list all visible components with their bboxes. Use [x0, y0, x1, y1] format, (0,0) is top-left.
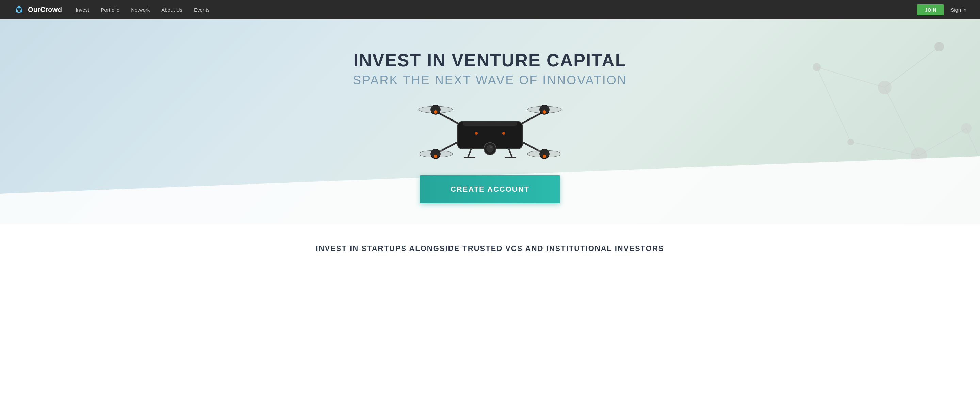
- logo-link[interactable]: OurCrowd: [14, 5, 62, 15]
- svg-point-11: [847, 139, 854, 145]
- drone-illustration: [408, 81, 572, 183]
- svg-point-3: [16, 10, 18, 12]
- svg-point-40: [543, 110, 546, 114]
- svg-line-27: [436, 111, 461, 125]
- hero-section: INVEST IN VENTURE CAPITAL SPARK THE NEXT…: [0, 19, 980, 224]
- nav-links: Invest Portfolio Network About Us Events: [76, 7, 210, 13]
- nav-item-about[interactable]: About Us: [161, 7, 182, 13]
- svg-line-28: [519, 111, 544, 125]
- drone-svg: [408, 81, 572, 183]
- navbar-left: OurCrowd Invest Portfolio Network About …: [14, 5, 210, 15]
- svg-line-49: [509, 149, 512, 157]
- svg-point-9: [961, 123, 972, 134]
- svg-point-52: [475, 132, 478, 135]
- svg-point-2: [20, 10, 22, 12]
- nav-item-invest[interactable]: Invest: [76, 7, 89, 13]
- svg-point-1: [18, 6, 20, 8]
- cta-section: CREATE ACCOUNT: [420, 175, 560, 203]
- nav-item-network[interactable]: Network: [131, 7, 150, 13]
- navbar: OurCrowd Invest Portfolio Network About …: [0, 0, 980, 19]
- svg-point-46: [487, 145, 493, 152]
- signin-link[interactable]: Sign in: [951, 7, 966, 13]
- bottom-section: INVEST IN STARTUPS ALONGSIDE TRUSTED VCs…: [0, 224, 980, 266]
- nav-item-portfolio[interactable]: Portfolio: [101, 7, 119, 13]
- svg-line-48: [468, 149, 471, 157]
- svg-line-5: [17, 8, 19, 10]
- svg-line-4: [19, 8, 21, 10]
- navbar-right: JOIN Sign in: [917, 5, 966, 15]
- svg-point-39: [434, 110, 437, 114]
- ourcrowd-logo-icon: [14, 5, 24, 15]
- logo-text: OurCrowd: [28, 6, 62, 14]
- svg-point-47: [490, 147, 492, 148]
- svg-point-53: [502, 132, 505, 135]
- bottom-tagline: INVEST IN STARTUPS ALONGSIDE TRUSTED VCs…: [14, 244, 966, 253]
- create-account-button[interactable]: CREATE ACCOUNT: [420, 175, 560, 203]
- svg-line-16: [885, 88, 919, 156]
- join-button[interactable]: JOIN: [917, 5, 944, 15]
- nav-item-events[interactable]: Events: [194, 7, 210, 13]
- svg-rect-44: [463, 121, 517, 126]
- svg-point-42: [543, 155, 546, 158]
- svg-point-41: [434, 155, 437, 158]
- hero-title: INVEST IN VENTURE CAPITAL: [0, 50, 980, 70]
- svg-line-19: [851, 142, 919, 156]
- svg-line-18: [919, 128, 966, 156]
